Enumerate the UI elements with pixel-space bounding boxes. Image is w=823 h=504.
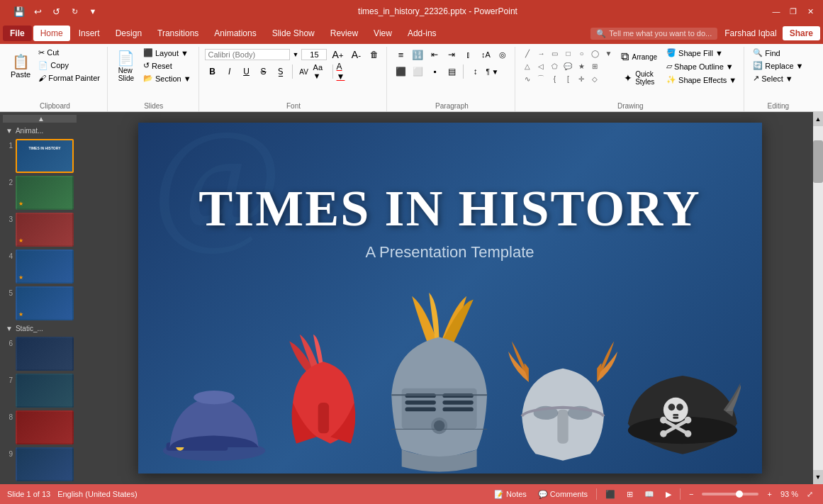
shape-effects-button[interactable]: ✨ Shape Effects ▼: [664, 74, 739, 86]
section-button[interactable]: 📂 Section ▼: [140, 72, 194, 84]
format-painter-button[interactable]: 🖌 Format Painter: [35, 72, 103, 84]
share-button[interactable]: Share: [783, 26, 820, 40]
select-button[interactable]: ↗ Select ▼: [750, 72, 806, 84]
line-spacing-button[interactable]: ↕: [467, 64, 483, 79]
arrow-shape[interactable]: →: [534, 47, 547, 60]
bullets-button[interactable]: ≡: [393, 47, 408, 62]
undo-icon[interactable]: ↩: [30, 4, 45, 19]
character-spacing-button[interactable]: AV: [296, 64, 312, 79]
zoom-slider[interactable]: [702, 493, 758, 495]
repeat-icon[interactable]: ↻: [67, 4, 82, 19]
bold-button[interactable]: B: [205, 64, 220, 79]
minimize-button[interactable]: —: [769, 4, 783, 18]
justify-button[interactable]: ▤: [444, 64, 459, 79]
zoom-in-button[interactable]: +: [764, 488, 774, 500]
rtriangle-shape[interactable]: ◁: [534, 60, 547, 72]
align-right-button[interactable]: ▪: [427, 64, 442, 79]
new-slide-button[interactable]: 📄 NewSlide: [113, 47, 139, 86]
oval-shape[interactable]: ◯: [588, 47, 601, 60]
font-color-button[interactable]: A ▼: [337, 64, 352, 79]
menu-review[interactable]: Review: [323, 26, 365, 41]
normal-view-button[interactable]: ⬛: [603, 488, 618, 500]
tell-me-search[interactable]: 🔍 Tell me what you want to do...: [590, 28, 717, 40]
restore-button[interactable]: ❐: [786, 4, 800, 18]
callout-shape[interactable]: 💬: [561, 60, 574, 72]
underline-button[interactable]: U: [239, 64, 254, 79]
slide-thumb-4[interactable]: ★: [16, 250, 74, 284]
scrollbar-thumb[interactable]: [813, 140, 823, 183]
paragraph-spacing-button[interactable]: ¶ ▼: [484, 64, 500, 79]
align-center-button[interactable]: ⬜: [410, 64, 425, 79]
menu-view[interactable]: View: [366, 26, 399, 41]
notes-button[interactable]: 📝 Notes: [491, 488, 530, 500]
zoom-out-button[interactable]: −: [686, 488, 696, 500]
slide-thumb-1[interactable]: TIMES IN HISTORY: [16, 139, 74, 173]
rect-shape[interactable]: ▭: [548, 47, 561, 60]
scroll-up-arrow[interactable]: ▲: [3, 115, 77, 123]
reading-view-button[interactable]: 📖: [642, 488, 657, 500]
text-direction-button[interactable]: ↕A: [478, 47, 493, 62]
font-size-increase-button[interactable]: A+: [330, 47, 345, 62]
save-icon[interactable]: 💾: [11, 4, 27, 19]
fit-slide-button[interactable]: ⤢: [804, 488, 816, 500]
italic-button[interactable]: I: [222, 64, 237, 79]
diamond-shape[interactable]: ◇: [588, 72, 601, 85]
paste-button[interactable]: 📋 Paste: [7, 47, 34, 86]
cut-button[interactable]: ✂ Cut: [35, 47, 103, 59]
brace-shape[interactable]: {: [548, 72, 561, 85]
customize-icon[interactable]: ▼: [85, 4, 101, 19]
font-name-input[interactable]: [205, 49, 290, 60]
close-button[interactable]: ✕: [803, 4, 817, 18]
freeform-shape[interactable]: ∿: [521, 72, 534, 85]
menu-transitions[interactable]: Transitions: [150, 26, 206, 41]
zoom-thumb[interactable]: [736, 491, 743, 498]
text-shadow-button[interactable]: S̲: [273, 64, 289, 79]
font-size-decrease-button[interactable]: A-: [348, 47, 364, 62]
numbering-button[interactable]: 🔢: [410, 47, 425, 62]
comments-button[interactable]: 💬 Comments: [535, 488, 590, 500]
bracket-shape[interactable]: [: [561, 72, 574, 85]
reset-button[interactable]: ↺ Reset: [140, 60, 194, 72]
pentagon-shape[interactable]: ⬠: [548, 60, 561, 72]
custom-shape[interactable]: ⊞: [588, 60, 601, 72]
font-size-input[interactable]: [301, 49, 327, 60]
slide-thumb-3[interactable]: ★: [16, 213, 74, 247]
scroll-down-canvas[interactable]: ▼: [813, 470, 823, 484]
curve-shape[interactable]: ⌒: [534, 72, 547, 85]
slide-thumb-6[interactable]: [16, 337, 74, 371]
star-shape[interactable]: ★: [575, 60, 588, 72]
strikethrough-button[interactable]: S: [256, 64, 271, 79]
decrease-indent-button[interactable]: ⇤: [427, 47, 442, 62]
slide-thumb-9[interactable]: [16, 447, 74, 481]
menu-design[interactable]: Design: [108, 26, 149, 41]
scroll-up-canvas[interactable]: ▲: [813, 112, 823, 126]
slide-thumb-5[interactable]: ★: [16, 286, 74, 320]
section-collapse-icon[interactable]: ▼: [6, 127, 13, 135]
menu-slideshow[interactable]: Slide Show: [265, 26, 322, 41]
clear-format-button[interactable]: 🗑: [366, 47, 382, 62]
quick-styles-button[interactable]: ✦ QuickStyles: [617, 68, 661, 88]
circle-shape[interactable]: ○: [575, 47, 588, 60]
columns-button[interactable]: ⫿: [461, 47, 476, 62]
layout-button[interactable]: ⬛ Layout ▼: [140, 47, 194, 59]
redo-icon[interactable]: ↺: [48, 4, 64, 19]
menu-animations[interactable]: Animations: [207, 26, 263, 41]
triangle-shape[interactable]: △: [521, 60, 534, 72]
line-shape[interactable]: ╱: [521, 47, 534, 60]
rect2-shape[interactable]: □: [561, 47, 574, 60]
section-static-collapse-icon[interactable]: ▼: [6, 325, 13, 332]
slide-thumb-2[interactable]: ★: [16, 176, 74, 210]
change-case-button[interactable]: Aa ▼: [313, 64, 329, 79]
arrange-button[interactable]: ⧉ Arrange: [617, 47, 661, 67]
plus-shape[interactable]: ✛: [575, 72, 588, 85]
replace-button[interactable]: 🔄 Replace ▼: [750, 60, 806, 72]
slideshow-button[interactable]: ▶: [663, 488, 674, 500]
increase-indent-button[interactable]: ⇥: [444, 47, 459, 62]
copy-button[interactable]: 📄 Copy: [35, 60, 103, 72]
slide-canvas[interactable]: @ TIMES IN HISTORY A Presentation Templa…: [138, 123, 762, 474]
slide-thumb-7[interactable]: [16, 374, 74, 408]
menu-addins[interactable]: Add-ins: [401, 26, 444, 41]
menu-home[interactable]: Home: [33, 26, 70, 41]
find-button[interactable]: 🔍 Find: [750, 47, 806, 59]
menu-insert[interactable]: Insert: [72, 26, 107, 41]
